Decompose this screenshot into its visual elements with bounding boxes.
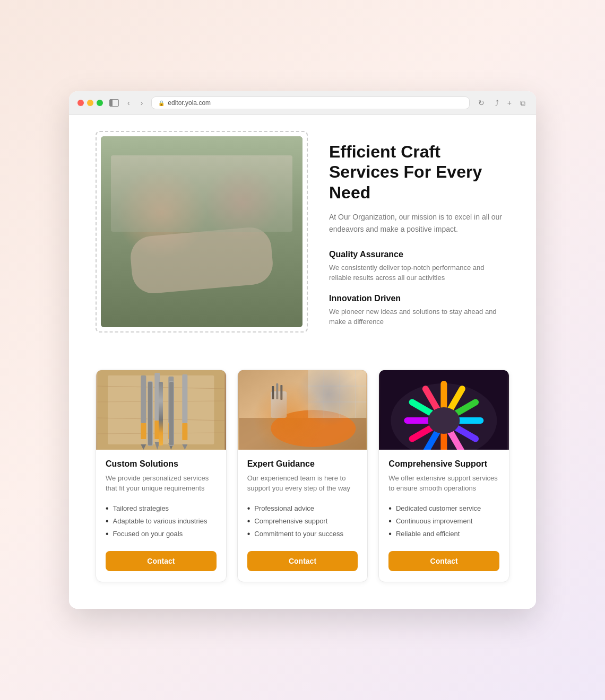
card-expert-body: Expert Guidance Our experienced team is … <box>238 450 368 582</box>
svg-rect-25 <box>280 385 282 400</box>
card-expert-list: Professional advice Comprehensive suppor… <box>247 502 358 540</box>
hero-section: Efficient Craft Services For Every Need … <box>96 131 509 338</box>
card-image-chisel <box>96 370 226 450</box>
list-item: Adaptable to various industries <box>106 515 217 528</box>
svg-point-58 <box>428 407 460 434</box>
svg-rect-24 <box>276 383 278 399</box>
traffic-lights <box>77 100 103 106</box>
svg-point-21 <box>271 410 356 447</box>
hero-text: Efficient Craft Services For Every Need … <box>329 131 509 338</box>
svg-rect-23 <box>272 386 274 399</box>
svg-rect-20 <box>239 418 366 450</box>
feature-innovation-desc: We pioneer new ideas and solutions to st… <box>329 307 499 327</box>
card-expert-desc: Our experienced team is here to support … <box>247 473 358 494</box>
card-custom-list: Tailored strategies Adaptable to various… <box>106 502 217 540</box>
page-content: Efficient Craft Services For Every Need … <box>69 115 536 609</box>
cards-section: Custom Solutions We provide personalized… <box>96 370 509 582</box>
card-custom-title: Custom Solutions <box>106 459 217 469</box>
card-support-list: Dedicated customer service Continuous im… <box>388 502 499 540</box>
card-image-workshop <box>238 370 368 450</box>
svg-rect-16 <box>182 423 187 440</box>
list-item: Reliable and efficient <box>388 528 499 540</box>
browser-actions: ⤴ + ⧉ <box>493 98 528 109</box>
craft-scene <box>101 136 302 327</box>
card-custom-desc: We provide personalized services that fi… <box>106 473 217 494</box>
list-item: Tailored strategies <box>106 502 217 515</box>
svg-rect-18 <box>239 370 366 450</box>
svg-rect-22 <box>271 391 287 418</box>
address-bar[interactable]: 🔒 editor.yola.com <box>151 97 469 109</box>
card-expert-title: Expert Guidance <box>247 459 358 469</box>
svg-rect-7 <box>141 423 146 439</box>
hero-subtitle: At Our Organization, our mission is to e… <box>329 211 509 235</box>
forward-button[interactable]: › <box>139 98 145 108</box>
share-button[interactable]: ⤴ <box>493 98 501 109</box>
list-item: Focused on your goals <box>106 528 217 540</box>
card-expert-guidance: Expert Guidance Our experienced team is … <box>237 370 368 582</box>
close-button[interactable] <box>77 100 84 106</box>
svg-rect-26 <box>308 370 366 418</box>
lock-icon: 🔒 <box>158 100 165 106</box>
svg-rect-19 <box>239 370 366 450</box>
feature-innovation-title: Innovation Driven <box>329 294 509 303</box>
list-item: Professional advice <box>247 502 358 515</box>
card-custom-body: Custom Solutions We provide personalized… <box>96 450 226 582</box>
list-item: Commitment to your success <box>247 528 358 540</box>
fullscreen-button[interactable] <box>97 100 103 106</box>
sidebar-toggle-icon[interactable] <box>109 99 119 107</box>
extensions-button[interactable]: ⧉ <box>518 98 528 109</box>
hero-image <box>101 136 302 327</box>
feature-innovation: Innovation Driven We pioneer new ideas a… <box>329 294 509 327</box>
svg-rect-13 <box>168 423 174 439</box>
list-item: Continuous improvement <box>388 515 499 528</box>
hero-title: Efficient Craft Services For Every Need <box>329 142 509 203</box>
svg-rect-9 <box>154 373 160 421</box>
svg-rect-6 <box>141 375 146 423</box>
svg-rect-12 <box>168 377 174 423</box>
svg-rect-15 <box>182 374 187 423</box>
card-expert-contact-button[interactable]: Contact <box>247 551 358 571</box>
list-item: Dedicated customer service <box>388 502 499 515</box>
card-comprehensive-support: Comprehensive Support We offer extensive… <box>378 370 509 582</box>
feature-quality-title: Quality Assurance <box>329 250 509 259</box>
feature-quality: Quality Assurance We consistently delive… <box>329 250 509 283</box>
card-support-body: Comprehensive Support We offer extensive… <box>379 450 509 582</box>
browser-chrome: ‹ › 🔒 editor.yola.com ↻ ⤴ + ⧉ <box>69 91 536 115</box>
svg-rect-1 <box>108 375 214 444</box>
card-custom-contact-button[interactable]: Contact <box>106 551 217 571</box>
url-text: editor.yola.com <box>168 99 211 107</box>
card-custom-solutions: Custom Solutions We provide personalized… <box>96 370 227 582</box>
feature-quality-desc: We consistently deliver top-notch perfor… <box>329 262 499 283</box>
minimize-button[interactable] <box>87 100 93 106</box>
card-support-title: Comprehensive Support <box>388 459 499 469</box>
card-support-contact-button[interactable]: Contact <box>388 551 499 571</box>
browser-window: ‹ › 🔒 editor.yola.com ↻ ⤴ + ⧉ Efficient … <box>69 91 536 609</box>
card-image-colors <box>379 370 509 450</box>
list-item: Comprehensive support <box>247 515 358 528</box>
add-tab-button[interactable]: + <box>505 98 514 109</box>
svg-rect-10 <box>154 421 160 439</box>
card-support-desc: We offer extensive support services to e… <box>388 473 499 494</box>
hero-image-wrapper <box>96 131 308 332</box>
back-button[interactable]: ‹ <box>125 98 132 108</box>
reload-button[interactable]: ↻ <box>476 98 487 108</box>
